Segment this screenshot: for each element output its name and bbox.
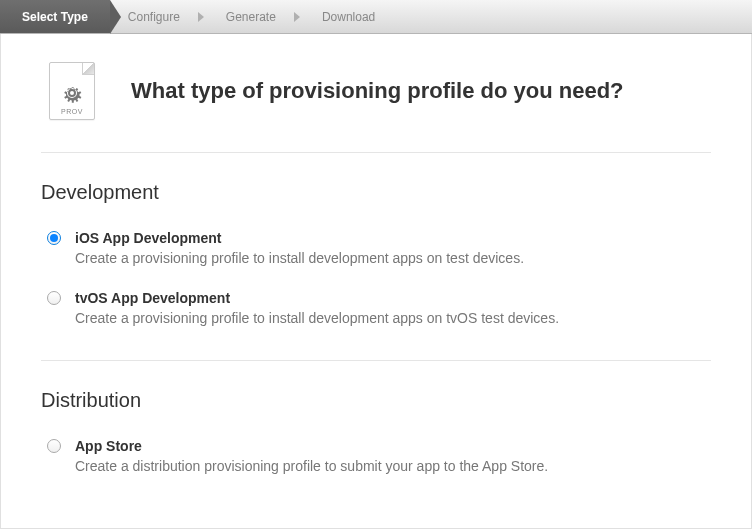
breadcrumb-label: Download — [322, 10, 375, 24]
option-description: Create a provisioning profile to install… — [75, 250, 711, 266]
option-label: tvOS App Development — [75, 290, 711, 306]
breadcrumb-nav: Select Type Configure Generate Download — [0, 0, 752, 34]
provisioning-profile-icon: PROV — [49, 62, 95, 120]
option-label: iOS App Development — [75, 230, 711, 246]
radio-input[interactable] — [47, 439, 61, 453]
section-development: Development iOS App Development Create a… — [1, 153, 751, 360]
section-title: Distribution — [41, 389, 711, 412]
content-area: PROV What type of provisioning profile d… — [0, 34, 752, 529]
option-text: App Store Create a distribution provisio… — [75, 438, 711, 474]
prov-icon-label: PROV — [61, 105, 83, 119]
option-text: iOS App Development Create a provisionin… — [75, 230, 711, 266]
section-title: Development — [41, 181, 711, 204]
option-text: tvOS App Development Create a provisioni… — [75, 290, 711, 326]
breadcrumb-label: Generate — [226, 10, 276, 24]
gear-icon — [60, 81, 84, 105]
option-ios-app-development[interactable]: iOS App Development Create a provisionin… — [41, 230, 711, 290]
breadcrumb-step-select-type[interactable]: Select Type — [0, 0, 110, 33]
option-tvos-app-development[interactable]: tvOS App Development Create a provisioni… — [41, 290, 711, 350]
option-app-store[interactable]: App Store Create a distribution provisio… — [41, 438, 711, 498]
option-label: App Store — [75, 438, 711, 454]
breadcrumb-step-download[interactable]: Download — [304, 0, 403, 33]
radio-input[interactable] — [47, 231, 61, 245]
section-distribution: Distribution App Store Create a distribu… — [1, 361, 751, 508]
breadcrumb-step-configure[interactable]: Configure — [110, 0, 208, 33]
breadcrumb-label: Select Type — [22, 10, 88, 24]
breadcrumb-label: Configure — [128, 10, 180, 24]
breadcrumb-step-generate[interactable]: Generate — [208, 0, 304, 33]
radio-input[interactable] — [47, 291, 61, 305]
option-description: Create a distribution provisioning profi… — [75, 458, 711, 474]
option-description: Create a provisioning profile to install… — [75, 310, 711, 326]
page-title: What type of provisioning profile do you… — [131, 78, 624, 104]
header-row: PROV What type of provisioning profile d… — [1, 34, 751, 152]
